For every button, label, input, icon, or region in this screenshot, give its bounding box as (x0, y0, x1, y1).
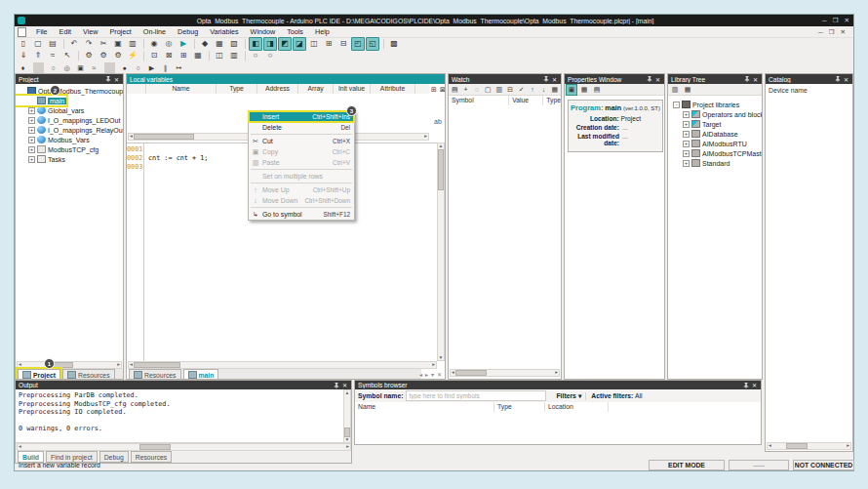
workspace-layout[interactable]: ▩ (387, 37, 401, 51)
tab-list-icon[interactable]: ▾ (431, 371, 434, 378)
watch-properties[interactable]: ▦ (550, 84, 560, 96)
symbols-col-type[interactable]: Type (494, 402, 545, 412)
output-vscrollbar[interactable]: ▴ ▾ (343, 389, 351, 443)
properties-print[interactable]: ▦ (578, 84, 590, 96)
window-tile[interactable]: ▥ (227, 49, 241, 62)
pin-icon[interactable] (541, 75, 550, 83)
expander-icon[interactable]: + (28, 146, 35, 153)
lib-aimodbusrtu[interactable]: + AIModbusRTU (670, 139, 747, 148)
close-icon[interactable]: ✕ (550, 75, 559, 83)
tree-modbus-vars[interactable]: + Modbus_Vars (16, 135, 90, 144)
compile[interactable]: ⚙ (82, 49, 96, 62)
tab-close-icon[interactable]: ✕ (437, 371, 442, 378)
properties-save[interactable]: ▤ (591, 84, 603, 96)
ctx-go-to-symbol[interactable]: ↳ Go to symbol Shift+F12 (249, 209, 354, 220)
pointer-tool[interactable]: ↖ (60, 49, 74, 62)
pin-icon[interactable] (645, 75, 653, 83)
ctx-cut[interactable]: ✂ Cut Ctrl+X (249, 136, 354, 146)
tab-project[interactable]: Project (18, 369, 60, 380)
watch-col-type[interactable]: Type (543, 96, 561, 105)
mdi-restore-icon[interactable]: ❐ (829, 28, 835, 36)
close-icon[interactable]: ✕ (845, 17, 849, 24)
grid-edit-icon[interactable]: ⊠ (439, 84, 446, 96)
output-hscrollbar[interactable]: ◂ ▸ (17, 443, 351, 451)
scroll-right-icon[interactable]: ▸ (345, 444, 350, 450)
close-icon[interactable]: ✕ (653, 75, 662, 83)
close-icon[interactable]: ✕ (112, 75, 121, 83)
toggle-crossref-window[interactable]: ◱ (366, 37, 379, 51)
watch-insert-item[interactable]: + (460, 84, 470, 96)
watch-export[interactable]: ⊟ (505, 84, 515, 96)
col-attribute[interactable]: Attribute (371, 84, 415, 94)
symbol-search-input[interactable] (406, 390, 546, 401)
scroll-down-icon[interactable]: ▾ (345, 437, 350, 443)
expander-icon[interactable]: + (28, 107, 35, 114)
communication-settings[interactable]: ≈ (46, 49, 59, 62)
expander-icon[interactable]: + (28, 137, 35, 143)
output-log[interactable]: Preprocessing ParDB completed.Preprocess… (16, 389, 343, 443)
menu-edit[interactable]: Edit (54, 27, 77, 36)
mdi-minimize-icon[interactable]: ─ (818, 28, 823, 36)
scroll-thumb[interactable] (786, 443, 808, 449)
maximize-icon[interactable]: ❐ (833, 17, 839, 24)
filters-button[interactable]: Filters ▾ (552, 392, 586, 400)
expander-icon[interactable]: + (28, 117, 35, 124)
live-debug[interactable]: ● (118, 61, 131, 74)
symbols-body[interactable] (355, 412, 761, 445)
lib-standard[interactable]: + Standard (670, 158, 730, 168)
scroll-left-icon[interactable]: ◂ (768, 443, 772, 449)
scroll-right-icon[interactable]: ▸ (116, 362, 121, 368)
properties-view[interactable]: ▣ (566, 84, 577, 96)
window-cascade[interactable]: ◫ (213, 49, 226, 62)
col-array[interactable]: Array (298, 84, 334, 94)
watch-refresh[interactable]: ✓ (516, 84, 526, 96)
col-type[interactable]: Type (217, 84, 257, 94)
tree-global-vars[interactable]: + Global_vars (16, 105, 84, 115)
watch-open-list[interactable]: ▢ (483, 84, 493, 96)
scroll-thumb[interactable] (134, 134, 194, 140)
graphic-trigger-tool[interactable]: ≈ (88, 61, 100, 74)
expander-icon[interactable]: - (673, 102, 680, 108)
tree-project-root[interactable]: Opta_Modbus_Thermocouple Project (16, 86, 123, 96)
connection-status[interactable]: ○ (249, 49, 262, 62)
menu-view[interactable]: View (77, 27, 103, 36)
scroll-thumb[interactable] (455, 370, 487, 376)
expander-icon[interactable]: + (28, 127, 35, 134)
scroll-thumb[interactable] (134, 362, 180, 368)
lib-aimodbustcpmaster[interactable]: + AIModbusTCPMaster (670, 148, 763, 158)
expander-icon[interactable]: + (683, 150, 690, 157)
trigger-window-tool[interactable]: ▣ (74, 61, 87, 74)
single-step[interactable]: ↦ (173, 61, 185, 74)
run[interactable]: ▶ (145, 61, 158, 74)
watch-col-value[interactable]: Value (509, 96, 543, 105)
upload-from-plc[interactable]: ⇑ (31, 49, 45, 62)
expander-icon[interactable]: + (28, 156, 35, 163)
watch-move-down[interactable]: ↓ (538, 84, 548, 96)
toggle-output-window[interactable]: ◫ (307, 37, 321, 51)
menu-file[interactable]: File (30, 27, 54, 36)
tab-lv-main[interactable]: main (183, 369, 219, 380)
pin-icon[interactable] (332, 382, 340, 389)
scroll-thumb[interactable] (344, 428, 350, 437)
watch-layout[interactable]: ▤ (450, 84, 459, 96)
editor-vscrollbar[interactable]: ▴ ▾ (437, 143, 445, 361)
menu-debug[interactable]: Debug (172, 27, 204, 36)
menu-online[interactable]: On-line (138, 27, 172, 36)
toggle-catalog-window[interactable]: ⊟ (336, 37, 350, 51)
library-sort[interactable]: ▥ (669, 84, 681, 96)
ctx-delete[interactable]: Delete Del (249, 122, 354, 133)
ctx-set-multiple-rows[interactable]: Set on multiple rows (249, 171, 354, 182)
close-icon[interactable]: ✕ (340, 382, 349, 389)
watch-body[interactable] (449, 105, 561, 369)
tab-output-resources[interactable]: Resources (131, 451, 173, 463)
menu-variables[interactable]: Variables (204, 27, 244, 36)
tab-output-debug[interactable]: Debug (99, 451, 129, 463)
stop-debug[interactable]: ○ (132, 61, 144, 74)
close-icon[interactable]: ✕ (842, 75, 850, 83)
scroll-left-icon[interactable]: ◂ (18, 362, 22, 368)
find-in-grid-icon[interactable]: ab (432, 115, 444, 127)
download-to-plc[interactable]: ⇓ (17, 49, 30, 62)
watch-quick-add[interactable]: ◌ (472, 84, 482, 96)
col-init-value[interactable]: Init value (334, 84, 371, 94)
watch-window-tool[interactable]: ○ (47, 61, 59, 74)
